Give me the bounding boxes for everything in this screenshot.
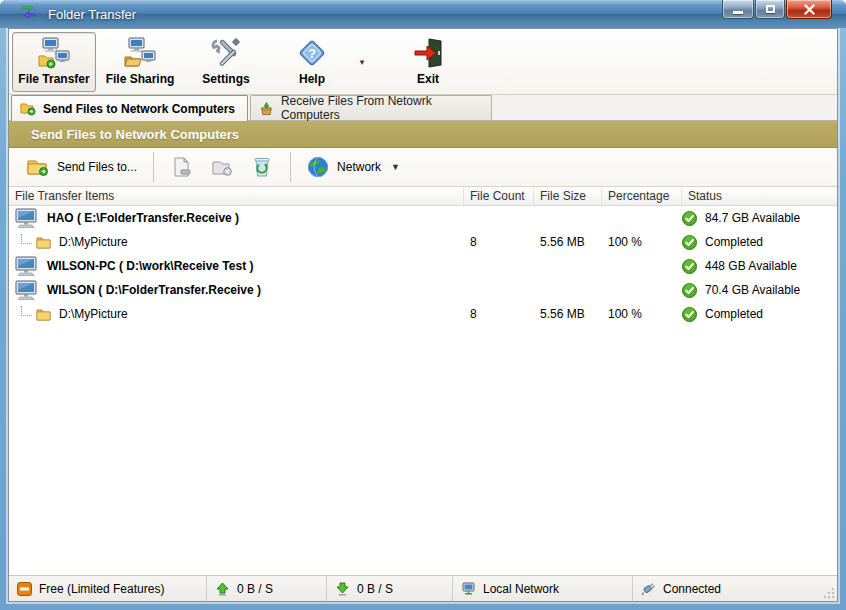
network-dropdown-button[interactable]: Network ▼: [299, 152, 408, 182]
exit-door-icon: [411, 37, 445, 69]
green-check-icon: [682, 259, 697, 274]
settings-button[interactable]: Settings: [184, 32, 268, 92]
status-value: Completed: [705, 235, 763, 249]
file-size-value: [534, 206, 602, 230]
status-value: 84.7 GB Available: [705, 211, 800, 225]
computer-name: WILSON ( D:\FolderTransfer.Receive ): [47, 283, 261, 297]
folder-path: D:\MyPicture: [59, 307, 128, 321]
maximize-icon: [766, 5, 775, 13]
computer-name: WILSON-PC ( D:\work\Receive Test ): [47, 259, 253, 273]
network-type-label: Local Network: [483, 582, 559, 596]
status-value: 448 GB Available: [705, 259, 797, 273]
plug-icon: [641, 582, 656, 596]
resize-grip[interactable]: [823, 587, 835, 599]
file-sharing-label: File Sharing: [106, 72, 175, 86]
download-speed-segment: 0 B / S: [327, 576, 453, 601]
actionbar-separator: [153, 152, 154, 182]
refresh-list-button[interactable]: [245, 153, 279, 181]
upload-speed-label: 0 B / S: [237, 582, 273, 596]
column-file-transfer-items[interactable]: File Transfer Items: [9, 187, 464, 205]
tree-connector: [21, 234, 32, 244]
computer-row[interactable]: WILSON ( D:\FolderTransfer.Receive ) 70.…: [9, 278, 837, 302]
download-speed-label: 0 B / S: [357, 582, 393, 596]
remove-folder-button[interactable]: [205, 153, 239, 181]
download-arrow-icon: [335, 582, 350, 596]
file-size-value: [534, 254, 602, 278]
tab-receive-files-label: Receive Files From Netowrk Computers: [281, 94, 479, 122]
file-count-value: [464, 254, 534, 278]
sync-arrows-icon: [22, 6, 40, 22]
actionbar: Send Files to...: [9, 148, 837, 187]
file-transfer-button[interactable]: File Transfer: [12, 32, 96, 92]
computer-icon: [15, 208, 39, 228]
percentage-value: [602, 278, 682, 302]
license-status-segment: Free (Limited Features): [9, 576, 207, 601]
computer-icon: [15, 280, 39, 300]
remove-file-button[interactable]: [165, 153, 199, 181]
file-count-value: [464, 206, 534, 230]
percentage-value: 100 %: [602, 230, 682, 254]
app-window: Folder Transfer: [0, 0, 846, 610]
folder-icon: [36, 236, 51, 249]
maximize-button[interactable]: [755, 0, 785, 19]
close-button[interactable]: [786, 0, 832, 19]
upload-speed-segment: 0 B / S: [207, 576, 327, 601]
tree-connector: [21, 306, 32, 316]
minimize-button[interactable]: [722, 0, 754, 19]
help-button[interactable]: ? Help: [270, 32, 354, 92]
green-check-icon: [682, 235, 697, 250]
computer-icon: [15, 256, 39, 276]
file-size-value: 5.56 MB: [534, 302, 602, 326]
file-size-value: [534, 278, 602, 302]
network-monitor-icon: [461, 582, 476, 596]
send-folder-icon: [27, 158, 49, 176]
column-status[interactable]: Status: [682, 187, 837, 205]
file-sharing-button[interactable]: File Sharing: [98, 32, 182, 92]
settings-label: Settings: [202, 72, 249, 86]
computer-name: HAO ( E:\FolderTransfer.Receive ): [47, 211, 239, 225]
globe-icon: [307, 156, 329, 178]
titlebar[interactable]: Folder Transfer: [0, 0, 846, 28]
folder-row[interactable]: D:\MyPicture 8 5.56 MB 100 % Completed: [9, 230, 837, 254]
file-transfer-icon: [37, 37, 71, 69]
file-count-value: 8: [464, 230, 534, 254]
section-header-title: Send Files to Network Computers: [31, 127, 239, 142]
connection-status-label: Connected: [663, 582, 721, 596]
column-file-size[interactable]: File Size: [534, 187, 602, 205]
remove-file-icon: [173, 157, 191, 177]
tab-send-files[interactable]: Send Files to Network Computers: [11, 95, 248, 121]
status-value: 70.4 GB Available: [705, 283, 800, 297]
percentage-value: [602, 254, 682, 278]
green-check-icon: [682, 283, 697, 298]
network-label: Network: [337, 160, 381, 174]
file-size-value: 5.56 MB: [534, 230, 602, 254]
exit-button[interactable]: Exit: [386, 32, 470, 92]
main-toolbar: File Transfer File Sharing: [9, 29, 837, 95]
column-percentage[interactable]: Percentage: [602, 187, 682, 205]
computer-row[interactable]: HAO ( E:\FolderTransfer.Receive ) 84.7 G…: [9, 206, 837, 230]
file-count-value: 8: [464, 302, 534, 326]
upload-arrow-icon: [215, 582, 230, 596]
column-file-count[interactable]: File Count: [464, 187, 534, 205]
send-files-to-label: Send Files to...: [57, 160, 137, 174]
tab-receive-files[interactable]: Receive Files From Netowrk Computers: [250, 95, 492, 120]
file-count-value: [464, 278, 534, 302]
svg-text:?: ?: [308, 46, 316, 61]
exit-label: Exit: [417, 72, 439, 86]
file-sharing-icon: [123, 37, 157, 69]
refresh-bin-icon: [253, 157, 271, 177]
computer-row[interactable]: WILSON-PC ( D:\work\Receive Test ) 448 G…: [9, 254, 837, 278]
folder-row[interactable]: D:\MyPicture 8 5.56 MB 100 % Completed: [9, 302, 837, 326]
section-header: Send Files to Network Computers: [9, 121, 837, 148]
chevron-down-icon: ▼: [391, 162, 400, 172]
actionbar-separator: [290, 152, 291, 182]
statusbar: Free (Limited Features) 0 B / S 0 B / S: [9, 575, 837, 601]
help-dropdown-arrow[interactable]: ▾: [355, 32, 369, 92]
send-files-to-button[interactable]: Send Files to...: [19, 154, 145, 180]
settings-tools-icon: [209, 37, 243, 69]
file-transfer-label: File Transfer: [18, 72, 89, 86]
network-type-segment: Local Network: [453, 576, 633, 601]
file-list: HAO ( E:\FolderTransfer.Receive ) 84.7 G…: [9, 206, 837, 575]
license-status-label: Free (Limited Features): [39, 582, 164, 596]
license-icon: [17, 582, 32, 596]
